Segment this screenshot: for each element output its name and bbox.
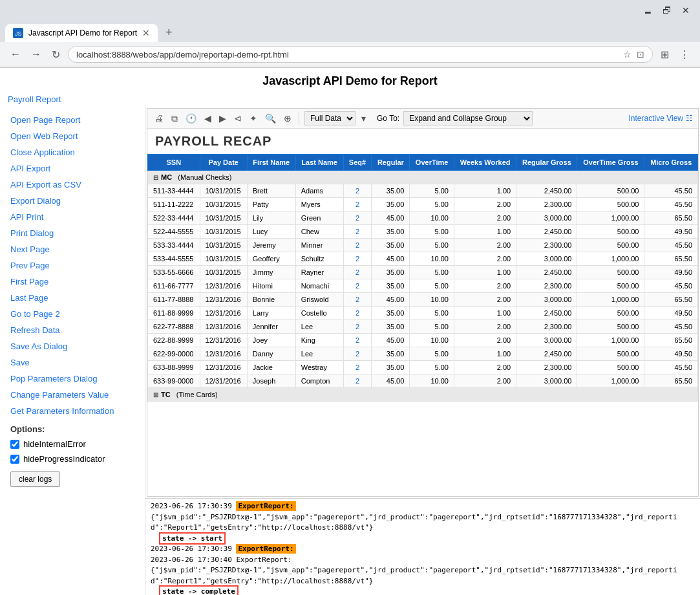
- sidebar-item-save-as-dialog[interactable]: Save As Dialog: [0, 338, 145, 354]
- sidebar-item-first-page[interactable]: First Page: [0, 274, 145, 290]
- page-content: Javascript API Demo for Report Payroll R…: [0, 68, 700, 595]
- table-cell: 2,300.00: [516, 239, 577, 252]
- forward-button[interactable]: →: [28, 47, 44, 61]
- data-select[interactable]: Full Data: [304, 111, 355, 125]
- table-cell: 49.50: [644, 225, 698, 239]
- log-line: {"j$vm_pid":"_PSJZRDtx@-1","j$vm_app":"p…: [151, 512, 695, 534]
- table-cell: Griswold: [295, 293, 343, 307]
- table-cell: 12/31/2016: [200, 347, 247, 361]
- copy-icon[interactable]: ⧉: [169, 112, 180, 125]
- new-tab-button[interactable]: +: [160, 23, 178, 42]
- restore-button[interactable]: 🗗: [657, 3, 677, 18]
- table-cell: 10.00: [410, 374, 454, 388]
- goto-select[interactable]: Expand and Collapse Group: [403, 111, 533, 125]
- sidebar-item-open-page-report[interactable]: Open Page Report: [0, 112, 145, 128]
- table-cell: Jeremy: [247, 239, 295, 252]
- table-cell: 5.00: [410, 347, 454, 361]
- tab-close-button[interactable]: ✕: [142, 28, 150, 38]
- back-button[interactable]: ←: [8, 47, 23, 61]
- table-row: 622-77-888812/31/2016JenniferLee235.005.…: [148, 320, 698, 334]
- group-toggle-icon[interactable]: ⊟: [153, 174, 158, 181]
- breadcrumb: Payroll Report: [0, 94, 700, 107]
- sidebar-item-prev-page[interactable]: Prev Page: [0, 257, 145, 274]
- filter-icon[interactable]: ⊲: [232, 112, 244, 125]
- table-wrapper[interactable]: SSN Pay Date First Name Last Name Seq# R…: [147, 154, 698, 496]
- back-nav-icon[interactable]: ◀: [202, 112, 213, 125]
- table-cell: 533-33-4444: [148, 239, 200, 252]
- table-cell: 35.00: [372, 225, 410, 239]
- address-bar[interactable]: localhost:8888/webos/app/demo/jreportapi…: [68, 46, 653, 63]
- table-cell: Joey: [247, 334, 295, 347]
- sidebar-item-close-application[interactable]: Close Application: [0, 144, 145, 160]
- col-first-name: First Name: [247, 155, 295, 171]
- sidebar-item-refresh-data[interactable]: Refresh Data: [0, 322, 145, 338]
- profile-icon[interactable]: ⊡: [637, 49, 644, 60]
- hide-progress-indicator-checkbox[interactable]: [10, 455, 19, 464]
- table-header-row: SSN Pay Date First Name Last Name Seq# R…: [148, 155, 698, 171]
- table-cell: 35.00: [372, 279, 410, 293]
- zoom-icon[interactable]: ⊕: [282, 112, 293, 125]
- table-cell: 2: [343, 334, 372, 347]
- table-cell: 1,000.00: [577, 211, 644, 225]
- sidebar-item-api-print[interactable]: API Print: [0, 209, 145, 225]
- sidebar-item-goto-page2[interactable]: Go to Page 2: [0, 306, 145, 322]
- table-cell: 2: [343, 239, 372, 252]
- print-icon[interactable]: 🖨: [153, 112, 165, 125]
- log-line: state -> complete: [151, 587, 695, 595]
- table-cell: 5.00: [410, 320, 454, 334]
- sidebar-item-change-params-value[interactable]: Change Parameters Value: [0, 387, 145, 403]
- log-highlight: ExportReport:: [236, 544, 295, 554]
- table-cell: 2: [343, 279, 372, 293]
- breadcrumb-link[interactable]: Payroll Report: [8, 94, 61, 104]
- group-toggle-icon[interactable]: ⊞: [153, 391, 158, 398]
- sidebar-item-export-dialog[interactable]: Export Dialog: [0, 193, 145, 209]
- sidebar-item-api-export-csv[interactable]: API Export as CSV: [0, 177, 145, 193]
- sidebar-item-api-export[interactable]: API Export: [0, 160, 145, 177]
- report-table: SSN Pay Date First Name Last Name Seq# R…: [147, 154, 698, 402]
- group-row[interactable]: ⊞TC (Time Cards): [148, 388, 698, 402]
- extensions-button[interactable]: ⊞: [658, 47, 672, 62]
- col-overtime: OverTime: [410, 155, 454, 171]
- table-cell: 2: [343, 307, 372, 320]
- menu-button[interactable]: ⋮: [677, 47, 692, 62]
- dropdown-icon[interactable]: ▾: [359, 112, 368, 125]
- clear-logs-button[interactable]: clear logs: [10, 471, 60, 487]
- close-window-button[interactable]: ✕: [677, 3, 695, 18]
- interactive-view-link[interactable]: Interactive View ☷: [629, 114, 694, 123]
- sidebar-item-last-page[interactable]: Last Page: [0, 290, 145, 306]
- table-cell: Jackie: [247, 361, 295, 374]
- table-cell: 1,000.00: [577, 252, 644, 266]
- minimize-button[interactable]: 🗕: [638, 3, 657, 18]
- page-title: Javascript API Demo for Report: [0, 68, 700, 94]
- table-cell: 45.50: [644, 279, 698, 293]
- star-icon[interactable]: ✦: [248, 112, 259, 125]
- table-cell: Lucy: [247, 225, 295, 239]
- forward-nav-icon[interactable]: ▶: [217, 112, 228, 125]
- bookmark-icon[interactable]: ☆: [623, 49, 631, 60]
- table-cell: 5.00: [410, 266, 454, 279]
- sidebar-item-print-dialog[interactable]: Print Dialog: [0, 225, 145, 241]
- sidebar-item-open-web-report[interactable]: Open Web Report: [0, 128, 145, 144]
- sidebar-item-pop-params-dialog[interactable]: Pop Parameters Dialog: [0, 371, 145, 387]
- table-cell: 611-66-7777: [148, 279, 200, 293]
- search-icon[interactable]: 🔍: [263, 112, 278, 125]
- table-cell: 12/31/2016: [200, 374, 247, 388]
- group-row[interactable]: ⊟MC (Manual Checks): [148, 171, 698, 184]
- table-cell: 10/31/2015: [200, 266, 247, 279]
- hide-internal-error-checkbox[interactable]: [10, 440, 19, 449]
- table-cell: 10.00: [410, 293, 454, 307]
- table-cell: 2,450.00: [516, 307, 577, 320]
- table-cell: 622-88-9999: [148, 334, 200, 347]
- table-cell: 2: [343, 266, 372, 279]
- table-cell: 500.00: [577, 239, 644, 252]
- table-cell: 10.00: [410, 334, 454, 347]
- table-cell: 49.50: [644, 266, 698, 279]
- sidebar-item-next-page[interactable]: Next Page: [0, 241, 145, 257]
- clock-icon[interactable]: 🕐: [184, 112, 198, 125]
- reload-button[interactable]: ↻: [49, 47, 63, 62]
- sidebar-item-save[interactable]: Save: [0, 354, 145, 371]
- sidebar-item-get-params-info[interactable]: Get Parameters Information: [0, 403, 145, 419]
- active-tab[interactable]: JS Javascript API Demo for Report ✕: [5, 24, 158, 42]
- table-cell: Rayner: [295, 266, 343, 279]
- table-row: 522-44-555510/31/2015LucyChew235.005.001…: [148, 225, 698, 239]
